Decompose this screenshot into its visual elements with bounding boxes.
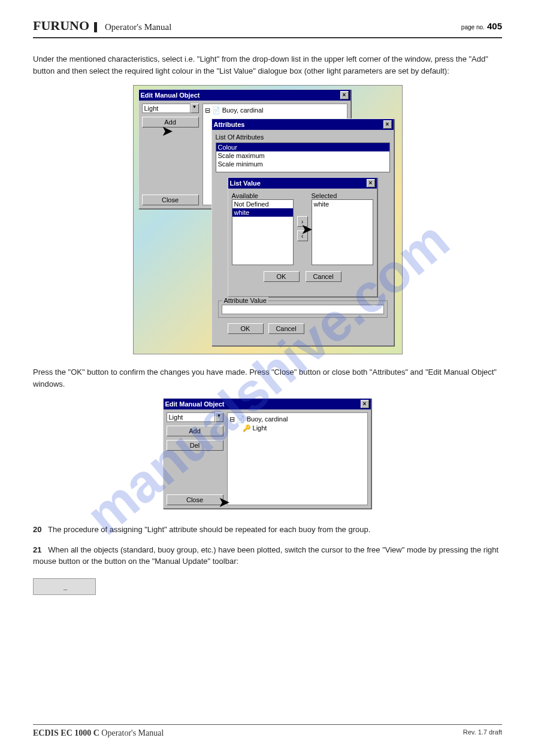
ok-button[interactable]: OK bbox=[264, 271, 300, 282]
available-label: Available bbox=[232, 192, 294, 199]
attributes-listbox[interactable]: Colour Scale maximum Scale minimum bbox=[216, 142, 390, 172]
close-button[interactable]: Close bbox=[142, 195, 199, 205]
close-button[interactable]: Close bbox=[167, 494, 223, 505]
cancel-button[interactable]: Cancel bbox=[306, 271, 341, 282]
close-icon[interactable]: × bbox=[367, 179, 375, 187]
close-icon[interactable]: × bbox=[383, 120, 392, 129]
list-item[interactable]: white bbox=[232, 208, 293, 217]
list-item[interactable]: Scale maximum bbox=[216, 151, 389, 160]
list-item[interactable]: white bbox=[312, 200, 373, 208]
window-edit-manual-object: Edit Manual Object × Light ▼ Add Del Clo… bbox=[163, 398, 371, 509]
instruction-paragraph-2: Press the "OK" button to confirm the cha… bbox=[33, 366, 502, 390]
footer-revision: Rev. 1.7 draft bbox=[463, 728, 502, 736]
add-button[interactable]: Add bbox=[142, 117, 199, 127]
combo-value: Light bbox=[167, 412, 215, 422]
move-left-button[interactable]: ‹ bbox=[297, 230, 308, 241]
step-number: 21 bbox=[33, 545, 41, 554]
tree-root[interactable]: Buoy, cardinal bbox=[222, 107, 264, 114]
screenshot-2: Edit Manual Object × Light ▼ Add Del Clo… bbox=[163, 398, 373, 512]
chevron-down-icon[interactable]: ▼ bbox=[191, 104, 199, 113]
brand: FURUNO bbox=[33, 18, 89, 33]
move-right-button[interactable]: › bbox=[297, 216, 308, 227]
object-tree[interactable]: ⊟ 📄 Buoy, cardinal 🔑 Light bbox=[227, 412, 368, 505]
tree-node-icon: ⊟ 📄 bbox=[205, 107, 222, 114]
footer-product: ECDIS EC 1000 C bbox=[33, 728, 99, 737]
window-title: List Value bbox=[230, 180, 367, 187]
cancel-button[interactable]: Cancel bbox=[268, 323, 304, 334]
tree-child[interactable]: Light bbox=[253, 424, 267, 432]
window-attributes: Attributes × List Of Attributes Colour S… bbox=[211, 119, 394, 346]
ok-button[interactable]: OK bbox=[228, 323, 264, 334]
step-21: 21 When all the objects (standard, buoy … bbox=[33, 544, 502, 567]
step-text: When all the objects (standard, buoy gro… bbox=[33, 545, 498, 566]
window-list-value: List Value × Available Not Defined white bbox=[228, 177, 377, 297]
selected-listbox[interactable]: white bbox=[312, 199, 373, 265]
step-number: 20 bbox=[33, 525, 41, 534]
list-item[interactable]: Scale minimum bbox=[216, 160, 389, 168]
close-icon[interactable]: × bbox=[361, 400, 369, 408]
tree-node-icon: 🔑 bbox=[243, 424, 253, 432]
tree-node-icon: ⊟ 📄 bbox=[229, 415, 247, 423]
window-title: Attributes bbox=[214, 121, 383, 128]
available-listbox[interactable]: Not Defined white bbox=[232, 199, 294, 265]
close-icon[interactable]: × bbox=[340, 91, 349, 99]
attr-list-label: List Of Attributes bbox=[216, 133, 390, 141]
object-type-combo[interactable]: Light ▼ bbox=[142, 104, 199, 113]
page-number: 405 bbox=[487, 21, 502, 31]
footer-doc: Operator's Manual bbox=[99, 728, 164, 737]
del-button[interactable]: Del bbox=[167, 440, 223, 451]
page-label: page no. bbox=[461, 24, 485, 31]
add-button[interactable]: Add bbox=[167, 426, 223, 436]
attr-value-field[interactable] bbox=[222, 305, 384, 314]
combo-value: Light bbox=[142, 104, 191, 113]
toolbar-button-image: _ bbox=[33, 578, 96, 595]
list-item[interactable]: Not Defined bbox=[232, 200, 293, 208]
chevron-down-icon[interactable]: ▼ bbox=[215, 412, 223, 422]
step-text: The procedure of assigning "Light" attri… bbox=[48, 525, 370, 534]
attr-value-label: Attribute Value bbox=[222, 297, 268, 304]
tree-root[interactable]: Buoy, cardinal bbox=[247, 415, 288, 423]
window-title: Edit Manual Object bbox=[165, 400, 361, 408]
object-type-combo[interactable]: Light ▼ bbox=[167, 412, 223, 422]
window-title: Edit Manual Object bbox=[141, 92, 340, 99]
instruction-paragraph-1: Under the mentioned characteristics, sel… bbox=[33, 53, 502, 77]
selected-label: Selected bbox=[312, 192, 373, 199]
list-item[interactable]: Colour bbox=[216, 143, 389, 151]
screenshot-1: Edit Manual Object × Light ▼ Add Close ⊟… bbox=[133, 85, 403, 354]
step-20: 20 The procedure of assigning "Light" at… bbox=[33, 524, 502, 536]
section-name: Operator's Manual bbox=[105, 22, 171, 32]
